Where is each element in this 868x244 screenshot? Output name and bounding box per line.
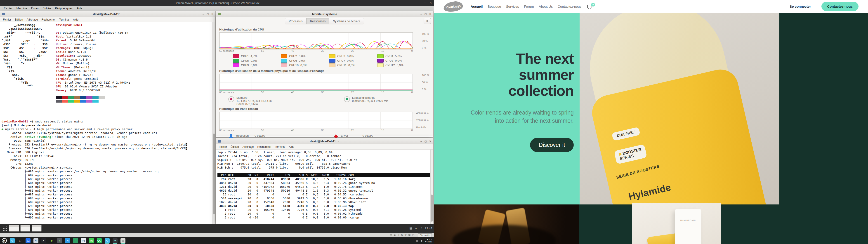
maximize-icon[interactable]: ▢ bbox=[206, 13, 209, 16]
menu-item--dition[interactable]: Édition bbox=[229, 145, 241, 149]
menu-item-fichier[interactable]: Fichier bbox=[2, 6, 14, 10]
taskbar-window-button[interactable] bbox=[9, 225, 19, 232]
maximize-icon[interactable]: ▢ bbox=[424, 140, 427, 143]
postgresql-icon[interactable]: Pg bbox=[81, 238, 86, 243]
panel-clock[interactable]: 22:44 bbox=[425, 226, 432, 230]
optical-disk-icon[interactable]: ◉ bbox=[394, 234, 396, 236]
close-icon[interactable]: ✕ bbox=[430, 1, 432, 4]
menu-item-p-riph-riques[interactable]: Périphériques bbox=[53, 6, 74, 10]
close-icon[interactable]: ✕ bbox=[211, 13, 213, 16]
scrollbar-thumb[interactable] bbox=[213, 133, 215, 214]
menu-item-affichage[interactable]: Affichage bbox=[241, 145, 256, 149]
minimize-icon[interactable]: – bbox=[421, 140, 422, 143]
mint-menu-icon[interactable]: m bbox=[2, 238, 7, 243]
site-logo[interactable]: YourLogo bbox=[443, 0, 463, 12]
minimize-icon[interactable]: – bbox=[419, 1, 421, 4]
nav-link-boutique[interactable]: Boutique bbox=[488, 4, 501, 8]
shared-folders-icon[interactable]: ▣ bbox=[408, 234, 410, 236]
host-taskbar[interactable]: m∿▢V2↯>_◆n◄≡PgQtQC∿≈▤ ▦ ◆ ▲ 0 B ▼ 222B bbox=[0, 237, 434, 244]
contact-cta-button[interactable]: Contactez-nous bbox=[822, 2, 859, 11]
hard-disk-icon[interactable]: ▤ bbox=[390, 234, 392, 236]
tab-processus[interactable]: Processus bbox=[285, 18, 307, 24]
layers-db-icon[interactable]: ≡ bbox=[73, 238, 78, 243]
menu-item-affichage[interactable]: Affichage bbox=[25, 18, 40, 22]
usb-icon[interactable]: Ψ bbox=[404, 234, 406, 236]
menu-item-aide[interactable]: Aide bbox=[287, 145, 296, 149]
activity-monitor-icon[interactable]: ≈ bbox=[113, 238, 118, 243]
shield-icon[interactable]: ◆ bbox=[421, 239, 423, 242]
menu-item-rechercher[interactable]: Rechercher bbox=[40, 18, 57, 22]
nag-editor-icon[interactable]: n bbox=[57, 238, 62, 243]
tab-ressources[interactable]: Ressources bbox=[306, 18, 330, 24]
terminal1-menubar[interactable]: FichierÉditionAffichageRechercherTermina… bbox=[0, 17, 215, 22]
panel-system-tray[interactable]: ▤ ▲ ♫ 22:44 bbox=[409, 226, 432, 230]
network-icon[interactable]: ⇅ bbox=[401, 234, 403, 236]
vscode-icon[interactable]: ◄ bbox=[65, 238, 70, 243]
taskbar-window-button[interactable] bbox=[20, 225, 30, 232]
nav-link-forum[interactable]: Forum bbox=[524, 4, 534, 8]
winscp-icon[interactable]: ↯ bbox=[33, 238, 38, 243]
host-system-tray[interactable]: ▦ ◆ ▲ 0 B ▼ 222B bbox=[416, 238, 432, 243]
audio-icon[interactable]: ♫ bbox=[397, 234, 399, 236]
frame-tool-icon[interactable]: ▢ bbox=[18, 238, 23, 243]
menu-item-terminal[interactable]: Terminal bbox=[57, 18, 71, 22]
qcad-icon[interactable]: QC bbox=[97, 238, 102, 243]
terminal2-window-controls[interactable]: – ▢ ✕ bbox=[421, 140, 431, 143]
terminal2-content[interactable]: top - 22:44:55 up 7:06, 1 user, load ave… bbox=[216, 150, 433, 224]
nav-link-about-us[interactable]: About Us bbox=[539, 4, 553, 8]
terminal2-menubar[interactable]: FichierÉditionAffichageRechercherTermina… bbox=[216, 144, 433, 150]
minimize-icon[interactable]: – bbox=[203, 13, 204, 16]
green-cube-icon[interactable]: ◆ bbox=[49, 238, 54, 243]
sysmon-titlebar[interactable]: Moniteur système – ▢ ✕ bbox=[216, 11, 433, 17]
virtualbox-menubar[interactable]: FichierMachineÉcranEntréePériphériquesAi… bbox=[0, 6, 434, 11]
terminal-window-top[interactable]: david@Max-Deb11: ~ – ▢ ✕ FichierÉditionA… bbox=[216, 138, 433, 223]
tab-syst-mes-de-fichiers[interactable]: Systèmes de fichiers bbox=[329, 18, 364, 24]
terminal2-scrollbar[interactable] bbox=[430, 150, 433, 224]
maximize-icon[interactable]: ▢ bbox=[424, 1, 426, 4]
notes-icon[interactable]: ▤ bbox=[121, 238, 125, 243]
menu-item-aide[interactable]: Aide bbox=[71, 18, 80, 22]
monitor-wave-icon[interactable]: ∿ bbox=[10, 238, 15, 243]
menu-item-rechercher[interactable]: Rechercher bbox=[256, 145, 273, 149]
network-speed-applet[interactable]: ▲ 0 B ▼ 222B bbox=[425, 238, 432, 243]
terminal1-content[interactable]: _,met$$$$$gg. ,g$$$$$$$$$$$$$$$P. ,g$$P"… bbox=[0, 22, 215, 224]
maximize-icon[interactable]: ▢ bbox=[424, 13, 427, 16]
menu-item--cran[interactable]: Écran bbox=[29, 6, 41, 10]
taskbar-window-button[interactable] bbox=[32, 225, 41, 232]
menu-item--dition[interactable]: Édition bbox=[13, 18, 25, 22]
menu-item-machine[interactable]: Machine bbox=[14, 6, 29, 10]
qt-creator-icon[interactable]: Qt bbox=[89, 238, 94, 243]
menu-item-aide[interactable]: Aide bbox=[74, 6, 84, 10]
terminal-window-nginx[interactable]: david@Max-Deb11: ~ – ▢ ✕ FichierÉditionA… bbox=[0, 11, 215, 223]
cart-button[interactable]: 0 bbox=[587, 5, 592, 8]
terminal1-titlebar[interactable]: david@Max-Deb11: ~ – ▢ ✕ bbox=[0, 11, 215, 17]
applications-menu-icon[interactable] bbox=[2, 225, 7, 231]
display-icon[interactable]: ▢ bbox=[412, 234, 414, 236]
menu-item-fichier[interactable]: Fichier bbox=[217, 145, 229, 149]
menu-item-terminal[interactable]: Terminal bbox=[273, 145, 287, 149]
terminal1-window-controls[interactable]: – ▢ ✕ bbox=[203, 13, 213, 16]
terminal2-titlebar[interactable]: david@Max-Deb11: ~ – ▢ ✕ bbox=[216, 138, 433, 144]
virtualbox-titlebar[interactable]: Debian-Maxel (Instantané 2) [En fonction… bbox=[0, 0, 434, 6]
cinnamon-panel[interactable]: ▤ ▲ ♫ 22:44 bbox=[0, 224, 434, 233]
nav-link-contactez-nous[interactable]: Contactez-nous bbox=[558, 4, 581, 8]
vb-device-icons[interactable]: ▤◉♫⇅Ψ▣▢ bbox=[388, 234, 414, 237]
minimize-icon[interactable]: – bbox=[421, 13, 422, 16]
close-icon[interactable]: ✕ bbox=[429, 13, 431, 16]
sysmon-window-controls[interactable]: – ▢ ✕ bbox=[421, 13, 431, 16]
menu-item-fichier[interactable]: Fichier bbox=[1, 18, 13, 22]
terminal-icon[interactable]: >_ bbox=[41, 238, 46, 243]
menu-item-entr-e[interactable]: Entrée bbox=[40, 6, 53, 10]
nav-link-services[interactable]: Services bbox=[506, 4, 519, 8]
updates-icon[interactable]: ▲ bbox=[415, 226, 417, 230]
keyboard-layout-icon[interactable]: ▦ bbox=[416, 239, 418, 242]
volume-icon[interactable]: ♫ bbox=[420, 226, 422, 230]
printer-icon[interactable]: ▤ bbox=[409, 226, 412, 230]
monitor-wave-2-icon[interactable]: ∿ bbox=[105, 238, 110, 243]
virtualbox-window-controls[interactable]: – ▢ ✕ bbox=[419, 0, 432, 6]
system-monitor-window[interactable]: Moniteur système – ▢ ✕ ProcessusRessourc… bbox=[216, 11, 433, 138]
close-icon[interactable]: ✕ bbox=[429, 140, 431, 143]
hamburger-menu-icon[interactable]: ≡ bbox=[424, 18, 431, 24]
nav-link-accueil[interactable]: Accueil bbox=[471, 4, 483, 8]
scrollbar-thumb[interactable] bbox=[431, 194, 433, 222]
